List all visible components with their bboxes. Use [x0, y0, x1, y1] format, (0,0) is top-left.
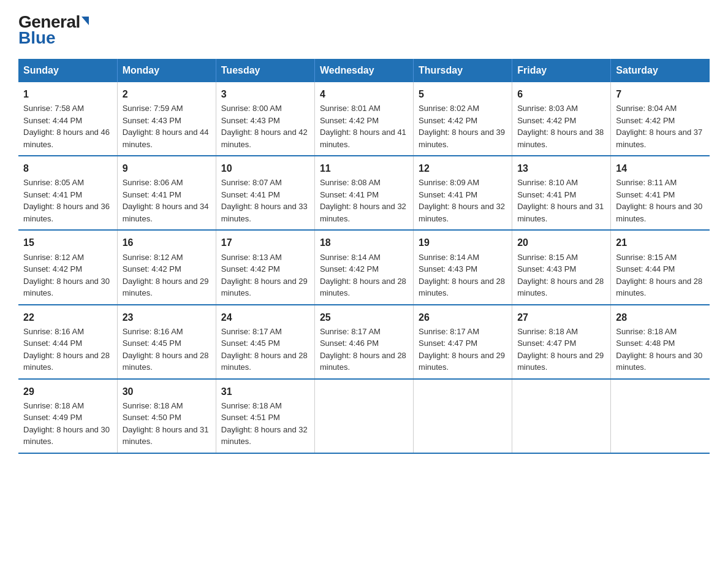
- calendar-week-row: 8Sunrise: 8:05 AMSunset: 4:41 PMDaylight…: [18, 156, 710, 230]
- calendar-week-row: 15Sunrise: 8:12 AMSunset: 4:42 PMDayligh…: [18, 230, 710, 304]
- calendar-cell: 15Sunrise: 8:12 AMSunset: 4:42 PMDayligh…: [18, 230, 117, 304]
- calendar-cell: [414, 379, 512, 453]
- day-number: 14: [616, 161, 705, 175]
- calendar-cell: [314, 379, 413, 453]
- day-info: Sunrise: 8:16 AMSunset: 4:45 PMDaylight:…: [123, 326, 211, 373]
- calendar-cell: 14Sunrise: 8:11 AMSunset: 4:41 PMDayligh…: [611, 156, 710, 230]
- day-info: Sunrise: 8:01 AMSunset: 4:42 PMDaylight:…: [320, 102, 408, 150]
- day-info: Sunrise: 8:09 AMSunset: 4:41 PMDaylight:…: [419, 177, 507, 224]
- day-number: 7: [616, 87, 705, 101]
- calendar-cell: 3Sunrise: 8:00 AMSunset: 4:43 PMDaylight…: [216, 82, 314, 156]
- day-info: Sunrise: 8:16 AMSunset: 4:44 PMDaylight:…: [23, 326, 112, 373]
- calendar-cell: 28Sunrise: 8:18 AMSunset: 4:48 PMDayligh…: [611, 305, 710, 379]
- calendar-cell: 16Sunrise: 8:12 AMSunset: 4:42 PMDayligh…: [117, 230, 216, 304]
- calendar-cell: 24Sunrise: 8:17 AMSunset: 4:45 PMDayligh…: [216, 305, 314, 379]
- calendar-week-row: 29Sunrise: 8:18 AMSunset: 4:49 PMDayligh…: [18, 379, 710, 453]
- day-number: 18: [320, 236, 408, 250]
- calendar-cell: 1Sunrise: 7:58 AMSunset: 4:44 PMDaylight…: [18, 82, 117, 156]
- calendar-cell: 18Sunrise: 8:14 AMSunset: 4:42 PMDayligh…: [314, 230, 413, 304]
- day-number: 1: [23, 87, 112, 101]
- weekday-header-sunday: Sunday: [18, 59, 117, 82]
- calendar-cell: 17Sunrise: 8:13 AMSunset: 4:42 PMDayligh…: [216, 230, 314, 304]
- calendar-cell: 25Sunrise: 8:17 AMSunset: 4:46 PMDayligh…: [314, 305, 413, 379]
- day-info: Sunrise: 8:18 AMSunset: 4:49 PMDaylight:…: [23, 400, 112, 448]
- day-info: Sunrise: 8:10 AMSunset: 4:41 PMDaylight:…: [517, 177, 605, 224]
- day-number: 27: [517, 310, 605, 324]
- logo-arrow-icon: [82, 17, 89, 25]
- weekday-header-thursday: Thursday: [414, 59, 512, 82]
- day-info: Sunrise: 8:13 AMSunset: 4:42 PMDaylight:…: [221, 251, 309, 299]
- day-number: 31: [221, 385, 309, 399]
- calendar-cell: 2Sunrise: 7:59 AMSunset: 4:43 PMDaylight…: [117, 82, 216, 156]
- weekday-header-friday: Friday: [512, 59, 611, 82]
- day-info: Sunrise: 8:04 AMSunset: 4:42 PMDaylight:…: [616, 102, 705, 150]
- calendar-cell: 26Sunrise: 8:17 AMSunset: 4:47 PMDayligh…: [414, 305, 512, 379]
- calendar-cell: [611, 379, 710, 453]
- day-number: 30: [123, 385, 211, 399]
- logo-blue-text: Blue: [18, 28, 56, 48]
- calendar-cell: 6Sunrise: 8:03 AMSunset: 4:42 PMDaylight…: [512, 82, 611, 156]
- calendar-cell: 11Sunrise: 8:08 AMSunset: 4:41 PMDayligh…: [314, 156, 413, 230]
- day-number: 8: [23, 161, 112, 175]
- day-info: Sunrise: 8:03 AMSunset: 4:42 PMDaylight:…: [517, 102, 605, 150]
- day-number: 21: [616, 236, 705, 250]
- day-number: 5: [419, 87, 507, 101]
- day-number: 4: [320, 87, 408, 101]
- day-info: Sunrise: 8:00 AMSunset: 4:43 PMDaylight:…: [221, 102, 309, 150]
- day-info: Sunrise: 8:18 AMSunset: 4:48 PMDaylight:…: [616, 326, 705, 373]
- day-number: 29: [23, 385, 112, 399]
- calendar-cell: 10Sunrise: 8:07 AMSunset: 4:41 PMDayligh…: [216, 156, 314, 230]
- day-number: 11: [320, 161, 408, 175]
- calendar-cell: 21Sunrise: 8:15 AMSunset: 4:44 PMDayligh…: [611, 230, 710, 304]
- day-number: 13: [517, 161, 605, 175]
- calendar-header-row: SundayMondayTuesdayWednesdayThursdayFrid…: [18, 59, 710, 82]
- weekday-header-wednesday: Wednesday: [314, 59, 413, 82]
- calendar-cell: 13Sunrise: 8:10 AMSunset: 4:41 PMDayligh…: [512, 156, 611, 230]
- day-number: 9: [123, 161, 211, 175]
- day-info: Sunrise: 8:11 AMSunset: 4:41 PMDaylight:…: [616, 177, 705, 224]
- weekday-header-monday: Monday: [117, 59, 216, 82]
- day-info: Sunrise: 8:15 AMSunset: 4:44 PMDaylight:…: [616, 251, 705, 299]
- page-header: General Blue: [18, 12, 710, 48]
- calendar-cell: 29Sunrise: 8:18 AMSunset: 4:49 PMDayligh…: [18, 379, 117, 453]
- day-number: 6: [517, 87, 605, 101]
- day-info: Sunrise: 8:18 AMSunset: 4:50 PMDaylight:…: [123, 400, 211, 448]
- day-info: Sunrise: 8:18 AMSunset: 4:51 PMDaylight:…: [221, 400, 309, 448]
- day-info: Sunrise: 8:12 AMSunset: 4:42 PMDaylight:…: [23, 251, 112, 299]
- calendar-cell: 19Sunrise: 8:14 AMSunset: 4:43 PMDayligh…: [414, 230, 512, 304]
- day-number: 19: [419, 236, 507, 250]
- weekday-header-tuesday: Tuesday: [216, 59, 314, 82]
- day-info: Sunrise: 8:08 AMSunset: 4:41 PMDaylight:…: [320, 177, 408, 224]
- logo: General Blue: [18, 12, 89, 48]
- day-info: Sunrise: 8:15 AMSunset: 4:43 PMDaylight:…: [517, 251, 605, 299]
- calendar-cell: 9Sunrise: 8:06 AMSunset: 4:41 PMDaylight…: [117, 156, 216, 230]
- day-info: Sunrise: 7:59 AMSunset: 4:43 PMDaylight:…: [123, 102, 211, 150]
- day-info: Sunrise: 8:07 AMSunset: 4:41 PMDaylight:…: [221, 177, 309, 224]
- calendar-week-row: 22Sunrise: 8:16 AMSunset: 4:44 PMDayligh…: [18, 305, 710, 379]
- calendar-cell: 23Sunrise: 8:16 AMSunset: 4:45 PMDayligh…: [117, 305, 216, 379]
- calendar-cell: [512, 379, 611, 453]
- day-number: 15: [23, 236, 112, 250]
- day-number: 20: [517, 236, 605, 250]
- day-number: 3: [221, 87, 309, 101]
- day-number: 2: [123, 87, 211, 101]
- calendar-cell: 22Sunrise: 8:16 AMSunset: 4:44 PMDayligh…: [18, 305, 117, 379]
- calendar-cell: 7Sunrise: 8:04 AMSunset: 4:42 PMDaylight…: [611, 82, 710, 156]
- weekday-header-saturday: Saturday: [611, 59, 710, 82]
- calendar-cell: 30Sunrise: 8:18 AMSunset: 4:50 PMDayligh…: [117, 379, 216, 453]
- day-number: 16: [123, 236, 211, 250]
- day-info: Sunrise: 8:06 AMSunset: 4:41 PMDaylight:…: [123, 177, 211, 224]
- calendar-cell: 5Sunrise: 8:02 AMSunset: 4:42 PMDaylight…: [414, 82, 512, 156]
- day-number: 24: [221, 310, 309, 324]
- day-number: 22: [23, 310, 112, 324]
- calendar-cell: 12Sunrise: 8:09 AMSunset: 4:41 PMDayligh…: [414, 156, 512, 230]
- day-number: 25: [320, 310, 408, 324]
- calendar-cell: 20Sunrise: 8:15 AMSunset: 4:43 PMDayligh…: [512, 230, 611, 304]
- calendar-cell: 4Sunrise: 8:01 AMSunset: 4:42 PMDaylight…: [314, 82, 413, 156]
- calendar-cell: 27Sunrise: 8:18 AMSunset: 4:47 PMDayligh…: [512, 305, 611, 379]
- day-number: 26: [419, 310, 507, 324]
- day-info: Sunrise: 8:18 AMSunset: 4:47 PMDaylight:…: [517, 326, 605, 373]
- calendar-week-row: 1Sunrise: 7:58 AMSunset: 4:44 PMDaylight…: [18, 82, 710, 156]
- day-info: Sunrise: 8:05 AMSunset: 4:41 PMDaylight:…: [23, 177, 112, 224]
- calendar-cell: 31Sunrise: 8:18 AMSunset: 4:51 PMDayligh…: [216, 379, 314, 453]
